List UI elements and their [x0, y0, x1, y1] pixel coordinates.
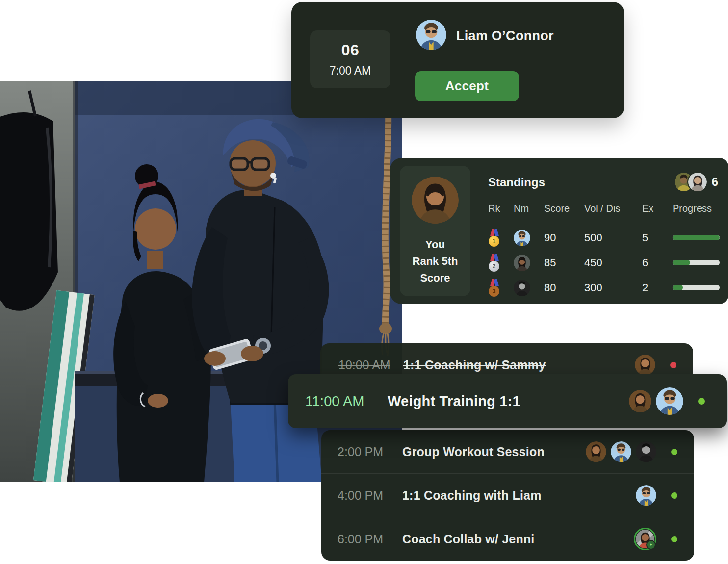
you-rank-panel: You Rank 5th Score [400, 166, 470, 296]
dusk-woman-avatar [514, 255, 530, 271]
slot-title: 1:1 Coaching w/ Sammy [403, 358, 635, 372]
schedule-row-4pm[interactable]: 4:00 PM 1:1 Coaching with Liam [321, 473, 694, 517]
status-dot [671, 536, 677, 542]
slot-time: 2:00 PM [338, 445, 402, 459]
slot-title: Weight Training 1:1 [388, 393, 629, 410]
attendee-avatars [629, 387, 683, 415]
liam-avatar [416, 20, 446, 50]
silver-medal-icon: 2 [488, 254, 501, 272]
vol-value: 500 [584, 231, 642, 244]
vol-value: 300 [584, 282, 642, 294]
appointment-date-chip: 06 7:00 AM [310, 30, 390, 88]
col-voldis: Vol / Dis [584, 203, 642, 223]
ex-value: 6 [642, 256, 673, 269]
schedule-row-2pm[interactable]: 2:00 PM Group Workout Session [321, 430, 694, 473]
score-value: 85 [544, 256, 584, 269]
status-dot-active [698, 398, 705, 405]
jenni-green-ring-avatar: ✦ [634, 528, 656, 550]
liam-avatar [636, 485, 656, 506]
bronze-medal-icon: 3 [488, 279, 501, 297]
standings-card: You Rank 5th Score Standings 6 Rk Nm Sco… [390, 158, 728, 304]
liam-avatar [514, 230, 530, 246]
mono-man-avatar [636, 441, 656, 462]
schedule-list: 2:00 PM Group Workout Session 4:00 PM 1:… [321, 430, 694, 561]
score-value: 90 [544, 231, 584, 244]
col-ex: Ex [642, 203, 673, 223]
col-score: Score [544, 203, 584, 223]
member-count-value: 6 [712, 175, 718, 189]
you-label: You [400, 236, 470, 253]
appointment-client-name: Liam O’Connor [456, 28, 554, 44]
slot-title: Coach Collab w/ Jenni [402, 532, 634, 546]
amber-woman-avatar [412, 177, 459, 224]
vol-value: 450 [584, 256, 642, 269]
slot-time: 6:00 PM [338, 532, 402, 546]
col-progress: Progress [673, 203, 720, 223]
you-score-label: Score [400, 270, 470, 286]
slot-title: Group Workout Session [402, 445, 586, 459]
attendee-avatars: ✦ [634, 528, 656, 550]
amber-woman-avatar [586, 441, 606, 462]
attendee-avatars [636, 485, 656, 506]
progress-bar [673, 235, 720, 240]
amber-woman-avatar [635, 355, 655, 375]
slot-time: 11:00 AM [305, 393, 388, 410]
appointment-time: 7:00 AM [330, 64, 371, 77]
col-nm: Nm [514, 203, 544, 223]
appointment-day: 06 [341, 41, 360, 59]
mono-man-avatar [514, 280, 530, 296]
pale-woman-avatar [687, 172, 708, 192]
col-rk: Rk [488, 203, 514, 223]
schedule-row-6pm[interactable]: 6:00 PM Coach Collab w/ Jenni ✦ [321, 517, 694, 561]
liam-avatar [611, 441, 631, 462]
leaf-badge-icon: ✦ [646, 540, 656, 550]
attendee-avatars [586, 441, 656, 462]
appointment-card: 06 7:00 AM Liam O’Connor Accept [291, 2, 624, 118]
status-dot [671, 492, 677, 499]
progress-bar [673, 285, 720, 290]
ex-value: 5 [642, 231, 673, 244]
schedule-row-11am[interactable]: 11:00 AM Weight Training 1:1 [288, 374, 727, 428]
score-value: 80 [544, 282, 584, 294]
standings-member-count[interactable]: 6 [674, 172, 718, 192]
attendee-avatars [635, 355, 655, 375]
page-canvas: 06 7:00 AM Liam O’Connor Accept You Rank… [0, 0, 728, 564]
gold-medal-icon: 1 [488, 229, 501, 247]
standings-title: Standings [488, 176, 545, 189]
slot-time: 4:00 PM [338, 488, 402, 503]
ex-value: 2 [642, 282, 673, 294]
progress-bar [673, 260, 720, 265]
standings-table: Rk Nm Score Vol / Dis Ex Progress 1 90 5… [488, 200, 720, 300]
you-rank-label: Rank 5th [400, 253, 470, 270]
amber-woman-avatar [629, 390, 651, 412]
accept-button[interactable]: Accept [415, 71, 519, 101]
slot-title: 1:1 Coaching with Liam [402, 488, 636, 503]
liam-avatar [656, 387, 683, 415]
slot-time: 10:00 AM [338, 358, 403, 372]
status-dot [671, 449, 677, 455]
status-dot-cancelled [670, 362, 676, 368]
